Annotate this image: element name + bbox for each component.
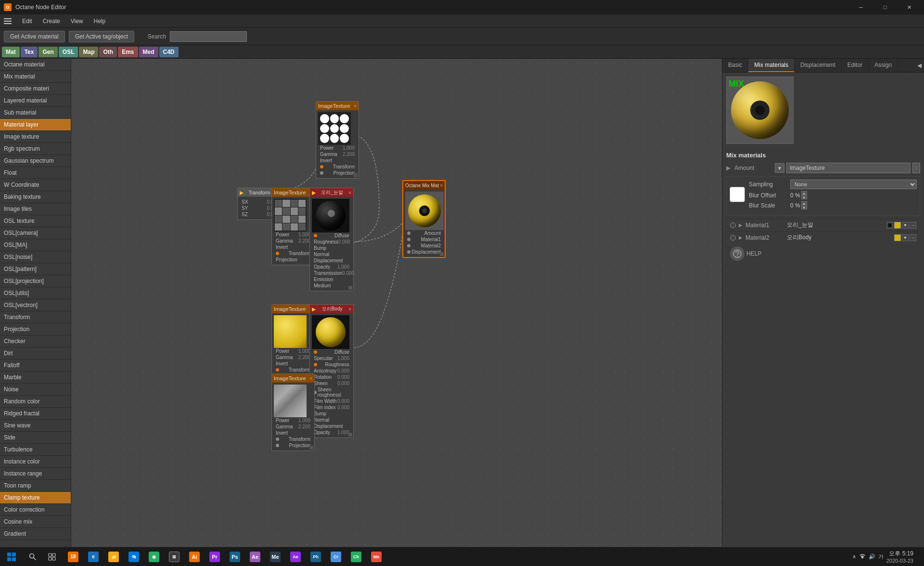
material1-expand[interactable]: ▶ (739, 222, 743, 228)
tray-network[interactable] (859, 553, 866, 561)
menu-edit[interactable]: Edit (17, 16, 37, 26)
blur-scale-stepper[interactable]: ▲ ▼ (801, 201, 807, 209)
tab-ems[interactable]: Ems (118, 47, 138, 57)
taskbar-app-pr[interactable]: Pr (205, 547, 224, 566)
tab-basic[interactable]: Basic (722, 59, 748, 72)
material2-arrow-icon[interactable]: ▼ (902, 234, 909, 241)
tab-mix-materials[interactable]: Mix materials (748, 59, 795, 72)
taskbar-app-18[interactable]: 18 (64, 547, 83, 566)
collapse-arrow[interactable]: ◀ (914, 59, 924, 72)
sidebar-item-color-correction[interactable]: Color correction (0, 504, 71, 516)
sidebar-item-random-color[interactable]: Random color (0, 396, 71, 408)
sidebar-item-cosine-mix[interactable]: Cosine mix (0, 516, 71, 528)
sidebar-item-osl-camera[interactable]: OSL[camera] (0, 227, 71, 239)
sidebar-item-transform[interactable]: Transform (0, 311, 71, 323)
sidebar-item-clamp-texture[interactable]: Clamp texture (0, 492, 71, 504)
node-image-texture-marble[interactable]: ImageTexture × Power1.000 Gamma2.200 Inv… (271, 373, 315, 451)
material1-black-icon[interactable] (886, 222, 893, 229)
sidebar-item-turbulence[interactable]: Turbulence (0, 444, 71, 456)
sidebar-item-material-layer[interactable]: Material layer (0, 119, 71, 131)
get-active-tag-button[interactable]: Get Active tag/object (69, 31, 134, 42)
taskbar-app-ps[interactable]: Ps (225, 547, 244, 566)
start-button[interactable] (0, 547, 23, 566)
time-block[interactable]: 오후 5:19 2020-03-23 (886, 550, 913, 564)
taskbar-app-ai[interactable]: Ai (185, 547, 204, 566)
material1-link-icon[interactable]: → (910, 222, 916, 229)
sidebar-item-layered-material[interactable]: Layered material (0, 95, 71, 107)
taskbar-app-apps[interactable]: ⊞ (165, 547, 184, 566)
sidebar-item-composite-material[interactable]: Composite materi (0, 83, 71, 95)
node-image-texture-top[interactable]: ImageTexture × Power1.000 Gamma2.200 (316, 101, 359, 179)
sidebar-item-toon-ramp[interactable]: Toon ramp (0, 480, 71, 492)
tab-displacement[interactable]: Displacement (795, 59, 842, 72)
node-resize-handle[interactable] (354, 173, 358, 177)
sidebar-item-osl-projection[interactable]: OSL[projection] (0, 275, 71, 287)
tab-osl[interactable]: OSL (59, 47, 78, 57)
taskbar-app-ie[interactable]: e (84, 547, 103, 566)
taskbar-app-ph[interactable]: Ph (306, 547, 325, 566)
port-dot[interactable] (276, 444, 279, 447)
sidebar-item-checker[interactable]: Checker (0, 335, 71, 347)
sidebar-item-osl-texture[interactable]: OSL texture (0, 215, 71, 227)
sidebar-item-instance-color[interactable]: Instance color (0, 456, 71, 468)
sidebar-item-image-tiles[interactable]: Image tiles (0, 203, 71, 215)
node-canvas[interactable]: ImageTexture × Power1.000 Gamma2.200 (71, 59, 722, 547)
node-resize-handle[interactable] (348, 286, 352, 290)
material2-circle[interactable] (730, 235, 736, 241)
node-close[interactable]: × (348, 190, 351, 195)
node-resize-handle[interactable] (309, 446, 313, 450)
sidebar-item-gaussian-spectrum[interactable]: Gaussian spectrum (0, 155, 71, 167)
node-resize-handle[interactable] (348, 433, 352, 437)
sidebar-item-projection[interactable]: Projection (0, 323, 71, 335)
blur-offset-stepper[interactable]: ▲ ▼ (801, 191, 807, 199)
taskbar-app-games[interactable]: ◉ (144, 547, 164, 566)
menu-create[interactable]: Create (38, 16, 65, 26)
sidebar-item-baking-texture[interactable]: Baking texture (0, 191, 71, 203)
amount-expand-btn[interactable]: ▼ (775, 163, 784, 173)
node-close[interactable]: × (309, 376, 312, 381)
port-dot[interactable] (314, 234, 317, 237)
node-close[interactable]: × (348, 307, 351, 312)
sidebar-item-dirt[interactable]: Dirt (0, 347, 71, 360)
menu-view[interactable]: View (66, 16, 88, 26)
sidebar-item-side[interactable]: Side (0, 432, 71, 444)
tab-c4d[interactable]: C4D (159, 47, 179, 57)
node-mix-material[interactable]: Octane Mix Mat × Amount Material1 (402, 180, 446, 258)
node-resize-handle[interactable] (440, 252, 444, 256)
node-material-body[interactable]: ▶ 오리Body × Diffuse Specular1.000 Roughne… (309, 304, 354, 438)
port-dot[interactable] (407, 244, 411, 247)
tab-oth[interactable]: Oth (99, 47, 117, 57)
port-dot[interactable] (276, 368, 279, 372)
notification-sidebar[interactable] (916, 547, 920, 566)
tab-assign[interactable]: Assign (869, 59, 898, 72)
sidebar-item-gradient[interactable]: Gradient (0, 528, 71, 540)
menu-hamburger[interactable] (4, 16, 13, 26)
task-view-button[interactable] (42, 547, 62, 566)
taskbar-app-me[interactable]: Me (266, 547, 285, 566)
sidebar-item-sine-wave[interactable]: Sine wave (0, 420, 71, 432)
amount-connect-btn[interactable]: ⋮ (912, 163, 920, 173)
sidebar-item-image-texture[interactable]: Image texture (0, 131, 71, 143)
node-image-texture-eye[interactable]: ImageTexture × Power1.000 Gamma2.200 Inv… (271, 188, 315, 265)
material-preview-sphere[interactable] (731, 81, 789, 139)
port-dot[interactable] (314, 363, 317, 366)
sidebar-item-sub-material[interactable]: Sub material (0, 107, 71, 119)
taskbar-app-ae2[interactable]: Ae (286, 547, 305, 566)
sidebar-item-octane-material[interactable]: Octane material (0, 59, 71, 71)
sidebar-item-osl-noise[interactable]: OSL[noise] (0, 251, 71, 263)
sidebar-item-marble[interactable]: Marble (0, 372, 71, 384)
blur-scale-down[interactable]: ▼ (801, 206, 807, 209)
taskbar-app-explorer[interactable]: 📁 (104, 547, 123, 566)
port-dot[interactable] (407, 250, 411, 254)
tab-gen[interactable]: Gen (38, 47, 57, 57)
help-button[interactable]: HELP (726, 244, 920, 264)
sidebar-item-instance-range[interactable]: Instance range (0, 468, 71, 480)
blur-scale-up[interactable]: ▲ (801, 201, 807, 205)
sidebar-item-mix-material[interactable]: Mix material (0, 71, 71, 83)
sidebar-item-rgb-spectrum[interactable]: Rgb spectrum (0, 143, 71, 155)
blur-offset-down[interactable]: ▼ (801, 195, 807, 199)
port-dot-projection[interactable] (320, 171, 323, 175)
close-button[interactable]: ✕ (898, 0, 920, 14)
sidebar-item-w-coordinate[interactable]: W Coordinate (0, 179, 71, 191)
port-dot[interactable] (407, 238, 411, 241)
